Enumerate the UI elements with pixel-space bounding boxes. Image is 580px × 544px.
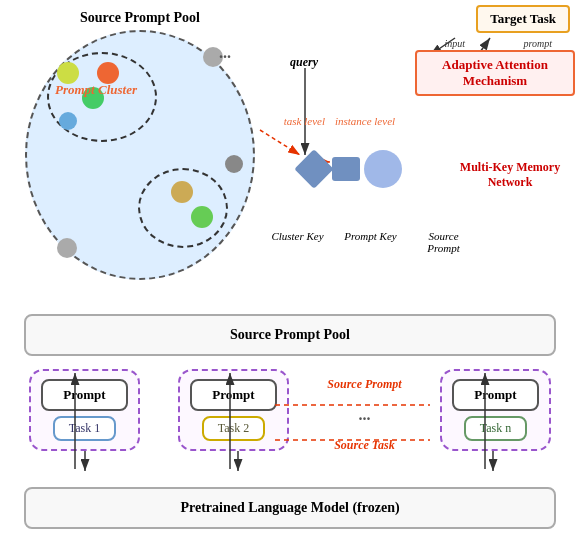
cluster-key-label: Cluster Key (270, 230, 325, 254)
source-labels: Source Prompt ... Source Task (327, 377, 401, 453)
middle-section: Source Prompt Pool (0, 314, 580, 356)
input-label: input (444, 38, 465, 49)
prompt-arrow-label: prompt (523, 38, 552, 49)
source-prompt-mem-label: Source Prompt (416, 230, 471, 254)
task-level-label: task level (265, 115, 325, 127)
circle-shape (364, 150, 402, 188)
task-label-3: Task n (480, 421, 512, 435)
pool-circle: ... Prompt Cluster (25, 30, 255, 280)
prompt-label-1: Prompt (63, 387, 105, 402)
cluster-label: Prompt Cluster (55, 82, 137, 98)
middle-bar: Source Prompt Pool (24, 314, 556, 356)
task-badge-2: Task 2 (202, 416, 266, 441)
query-label: query (290, 55, 318, 70)
dot-yellow-2 (171, 181, 193, 203)
task-label-2: Task 2 (218, 421, 250, 435)
cluster-oval-2 (138, 168, 228, 248)
source-pool-area: Source Prompt Pool ... (10, 10, 270, 300)
dot-blue-1 (59, 112, 77, 130)
prompt-key-label: Prompt Key (343, 230, 398, 254)
down-arrows-svg (10, 451, 570, 475)
dot-green-2 (191, 206, 213, 228)
diagram: Source Prompt Pool ... (0, 0, 580, 544)
key-labels: Cluster Key Prompt Key Source Prompt (270, 230, 471, 254)
diamond-shape (294, 149, 334, 189)
prompt-cards-row: Prompt Task 1 Prompt Task 2 Source Promp… (10, 369, 570, 451)
source-prompt-label: Source Prompt (327, 377, 401, 392)
target-task-box: Target Task (476, 5, 570, 33)
prompt-box-3: Prompt (452, 379, 538, 411)
task-badge-1: Task 1 (53, 416, 117, 441)
pretrained-label: Pretrained Language Model (frozen) (180, 500, 399, 516)
dots-in-pool: ... (219, 44, 231, 62)
prompt-box-1: Prompt (41, 379, 127, 411)
prompt-box-2: Prompt (190, 379, 276, 411)
task-badge-3: Task n (464, 416, 528, 441)
card-3: Prompt Task n (440, 369, 550, 451)
dot-yellow-1 (57, 62, 79, 84)
dots-bottom: ... (358, 406, 370, 424)
card-1: Prompt Task 1 (29, 369, 139, 451)
pretrained-bar: Pretrained Language Model (frozen) (24, 487, 556, 529)
source-pool-title: Source Prompt Pool (10, 10, 270, 26)
task-label-1: Task 1 (69, 421, 101, 435)
memory-network (300, 150, 402, 188)
rect-shape (332, 157, 360, 181)
multi-key-label: Multi-Key Memory Network (445, 160, 575, 190)
adaptive-attention-box: Adaptive Attention Mechanism (415, 50, 575, 96)
right-section: Target Task input prompt Adaptive Attent… (270, 0, 580, 310)
top-section: Source Prompt Pool ... (0, 0, 580, 310)
target-task-label: Target Task (490, 11, 556, 26)
prompt-label-2: Prompt (212, 387, 254, 402)
dot-orange-1 (97, 62, 119, 84)
dot-gray-3 (225, 155, 243, 173)
middle-bar-label: Source Prompt Pool (230, 327, 350, 343)
card-2: Prompt Task 2 (178, 369, 288, 451)
bottom-section: Prompt Task 1 Prompt Task 2 Source Promp… (0, 356, 580, 534)
source-task-label: Source Task (334, 438, 395, 453)
dot-gray-2 (57, 238, 77, 258)
prompt-label-3: Prompt (474, 387, 516, 402)
instance-level-label: instance level (330, 115, 400, 127)
